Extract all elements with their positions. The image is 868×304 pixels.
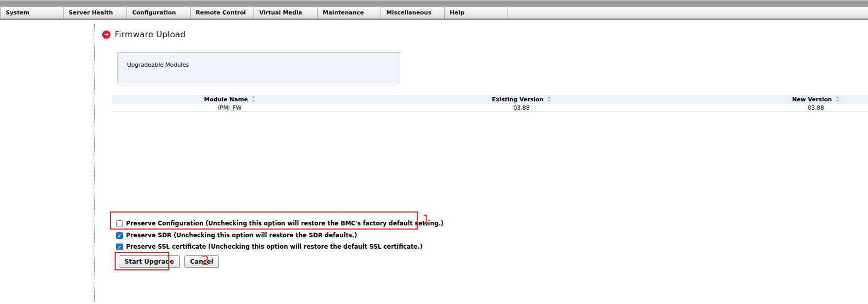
menu-item-miscellaneous[interactable]: Miscellaneous: [381, 7, 445, 19]
option-preserve-configuration: Preserve Configuration (Unchecking this …: [116, 220, 444, 227]
preserve-sdr-label: Preserve SDR (Unchecking this option wil…: [126, 232, 357, 239]
sort-icon: [252, 96, 256, 102]
upgradeable-modules-panel: Upgradeable Modules: [117, 52, 400, 83]
page-title-row: ➜ Firmware Upload: [102, 29, 185, 39]
window-top-strip: [0, 0, 868, 7]
page-title: Firmware Upload: [115, 29, 185, 39]
preserve-configuration-label: Preserve Configuration (Unchecking this …: [126, 220, 444, 227]
preserve-sdr-checkbox[interactable]: [116, 232, 123, 239]
table-row: IPMI_FW 03.88 03.88: [112, 104, 868, 112]
content-left-divider: [94, 24, 95, 302]
column-header-label: Module Name: [204, 96, 248, 103]
cell-existing-version: 03.88: [513, 104, 530, 111]
column-header-label: New Version: [792, 96, 832, 103]
preserve-ssl-checkbox[interactable]: [116, 244, 123, 250]
column-header-label: Existing Version: [492, 96, 544, 103]
start-upgrade-button[interactable]: Start Upgrade: [119, 255, 180, 268]
upgradeable-modules-label: Upgradeable Modules: [127, 62, 189, 68]
red-arrow-icon: ➜: [102, 31, 111, 39]
cell-module-name: IPMI_FW: [218, 104, 241, 111]
menu-item-remote-control[interactable]: Remote Control: [191, 7, 254, 19]
menu-item-system[interactable]: System: [0, 7, 64, 19]
sort-icon: [548, 96, 551, 102]
cancel-button[interactable]: Cancel: [184, 255, 219, 268]
firmware-modules-table: Module Name Existing Version New Version…: [112, 95, 868, 112]
cell-new-version: 03.88: [808, 104, 824, 111]
menu-item-configuration[interactable]: Configuration: [127, 7, 191, 19]
preserve-configuration-checkbox[interactable]: [116, 220, 123, 227]
option-preserve-sdr: Preserve SDR (Unchecking this option wil…: [116, 232, 357, 239]
column-header-module-name[interactable]: Module Name: [204, 96, 256, 103]
action-buttons-row: Start Upgrade Cancel: [119, 255, 219, 268]
menu-item-virtual-media[interactable]: Virtual Media: [254, 7, 318, 19]
menu-item-help[interactable]: Help: [445, 7, 508, 19]
menu-item-server-health[interactable]: Server Health: [64, 7, 127, 19]
sort-icon: [836, 96, 840, 102]
firmware-upload-page: System Server Health Configuration Remot…: [0, 0, 868, 304]
column-header-new-version[interactable]: New Version: [792, 96, 840, 103]
main-menu-bar: System Server Health Configuration Remot…: [0, 7, 868, 20]
option-preserve-ssl: Preserve SSL certificate (Unchecking thi…: [116, 243, 422, 250]
preserve-ssl-label: Preserve SSL certificate (Unchecking thi…: [126, 243, 422, 250]
table-header-row: Module Name Existing Version New Version: [112, 95, 868, 104]
column-header-existing-version[interactable]: Existing Version: [492, 96, 551, 103]
menu-item-maintenance[interactable]: Maintenance: [318, 7, 381, 19]
